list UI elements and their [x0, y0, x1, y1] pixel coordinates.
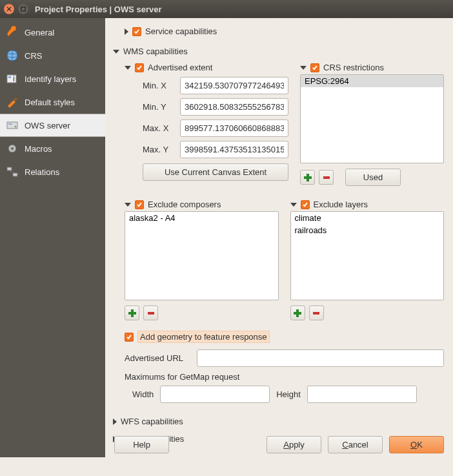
- remove-composer-button[interactable]: [143, 305, 158, 320]
- add-crs-button[interactable]: [300, 170, 315, 185]
- wrench-icon: [5, 25, 19, 39]
- section-label: Advertised extent: [148, 63, 212, 72]
- chevron-down-icon: [290, 203, 297, 207]
- section-exclude-composers[interactable]: Exclude composers: [125, 198, 279, 211]
- add-geometry-label: Add geometry to feature response: [137, 331, 270, 343]
- server-icon: [5, 118, 19, 132]
- svg-rect-7: [7, 122, 17, 129]
- svg-point-11: [11, 147, 14, 150]
- list-item[interactable]: climate: [291, 212, 444, 224]
- add-composer-button[interactable]: [125, 305, 139, 320]
- checkbox-service-capabilities[interactable]: [132, 27, 141, 36]
- sidebar-item-macros[interactable]: Macros: [0, 137, 105, 160]
- svg-rect-22: [313, 312, 319, 315]
- section-label: Service capabilities: [145, 26, 217, 36]
- svg-rect-12: [7, 167, 12, 171]
- width-input[interactable]: [160, 386, 270, 403]
- height-input[interactable]: [307, 386, 417, 403]
- section-advertised-extent[interactable]: Advertised extent: [125, 61, 288, 74]
- chevron-down-icon: [125, 203, 131, 207]
- composers-listbox[interactable]: alaska2 - A4: [125, 211, 279, 300]
- section-label: Exclude composers: [148, 200, 221, 209]
- sidebar: General CRS i Identify layers Default st…: [0, 18, 105, 457]
- layers-listbox[interactable]: climate railroads: [290, 211, 445, 300]
- sidebar-item-crs[interactable]: CRS: [0, 44, 105, 67]
- list-item[interactable]: alaska2 - A4: [125, 212, 278, 224]
- use-canvas-extent-button[interactable]: Use Current Canvas Extent: [143, 163, 288, 181]
- section-label: WMS capabilities: [123, 47, 188, 56]
- section-label: WFS capabilities: [121, 417, 183, 426]
- minx-label: Min. X: [143, 81, 176, 90]
- sidebar-item-label: General: [25, 28, 54, 37]
- sidebar-item-general[interactable]: General: [0, 21, 105, 44]
- svg-rect-21: [294, 312, 301, 315]
- remove-layer-button[interactable]: [309, 305, 324, 320]
- titlebar: Project Properties | OWS server: [0, 0, 453, 18]
- svg-rect-4: [8, 76, 11, 78]
- chevron-down-icon: [125, 66, 131, 70]
- content-pane: Service capabilities WMS capabilities Ad…: [105, 18, 453, 457]
- sidebar-item-label: CRS: [25, 51, 42, 61]
- checkbox-advertised-extent[interactable]: [135, 63, 144, 72]
- svg-rect-15: [304, 176, 312, 179]
- maxx-input[interactable]: [180, 119, 288, 137]
- checkbox-exclude-composers[interactable]: [135, 200, 144, 209]
- list-item[interactable]: railroads: [291, 224, 444, 236]
- crs-listbox[interactable]: EPSG:2964: [300, 74, 444, 163]
- maxx-label: Max. X: [143, 123, 176, 133]
- sidebar-item-identify[interactable]: i Identify layers: [0, 67, 105, 90]
- section-wms-capabilities[interactable]: WMS capabilities: [113, 45, 444, 58]
- maxy-input[interactable]: [180, 141, 288, 158]
- sidebar-item-label: Relations: [25, 167, 59, 177]
- help-button[interactable]: Help: [114, 436, 169, 453]
- list-item[interactable]: EPSG:2964: [301, 75, 443, 87]
- minimize-icon[interactable]: [18, 4, 28, 14]
- svg-rect-3: [7, 75, 16, 83]
- checkbox-exclude-layers[interactable]: [301, 200, 310, 209]
- section-wfs-capabilities[interactable]: WFS capabilities: [113, 415, 444, 428]
- section-label: CRS restrictions: [323, 63, 384, 72]
- chevron-down-icon: [300, 66, 307, 70]
- getmap-heading: Maximums for GetMap request: [125, 372, 444, 382]
- window-title: Project Properties | OWS server: [35, 5, 162, 14]
- section-crs-restrictions[interactable]: CRS restrictions: [300, 61, 444, 74]
- sidebar-item-label: Identify layers: [25, 74, 76, 84]
- svg-rect-8: [8, 123, 12, 125]
- checkbox-add-geometry[interactable]: [125, 333, 134, 342]
- svg-rect-13: [13, 173, 17, 176]
- height-label: Height: [276, 389, 301, 399]
- svg-rect-0: [21, 7, 25, 11]
- sidebar-item-ows[interactable]: OWS server: [0, 114, 105, 137]
- cancel-button[interactable]: Cancel: [328, 436, 383, 453]
- identify-icon: i: [5, 72, 19, 86]
- svg-point-9: [15, 126, 17, 128]
- checkbox-crs-restrictions[interactable]: [310, 63, 319, 72]
- sidebar-item-relations[interactable]: Relations: [0, 160, 105, 183]
- remove-crs-button[interactable]: [319, 170, 334, 185]
- svg-rect-19: [148, 312, 154, 315]
- svg-text:i: i: [13, 74, 15, 83]
- crs-used-button[interactable]: Used: [345, 169, 401, 186]
- dialog-footer: Help Apply Cancel OK: [105, 431, 453, 457]
- globe-icon: [5, 48, 19, 63]
- maxy-label: Max. Y: [143, 145, 176, 154]
- section-exclude-layers[interactable]: Exclude layers: [290, 198, 445, 211]
- section-label: Exclude layers: [314, 200, 368, 209]
- sidebar-item-label: OWS server: [25, 121, 70, 130]
- sidebar-item-label: Macros: [25, 144, 52, 154]
- section-service-capabilities[interactable]: Service capabilities: [113, 25, 444, 38]
- chevron-right-icon: [125, 28, 128, 35]
- ok-button[interactable]: OK: [389, 436, 444, 453]
- relations-icon: [5, 165, 19, 179]
- add-layer-button[interactable]: [290, 305, 305, 320]
- advertised-url-input[interactable]: [197, 349, 444, 367]
- sidebar-item-label: Default styles: [25, 98, 75, 107]
- chevron-right-icon: [113, 419, 117, 425]
- width-label: Width: [132, 389, 154, 399]
- sidebar-item-styles[interactable]: Default styles: [0, 90, 105, 114]
- miny-input[interactable]: [180, 98, 288, 116]
- close-icon[interactable]: [4, 4, 14, 14]
- minx-input[interactable]: [180, 77, 288, 94]
- apply-button[interactable]: Apply: [267, 436, 321, 453]
- chevron-down-icon: [113, 50, 119, 54]
